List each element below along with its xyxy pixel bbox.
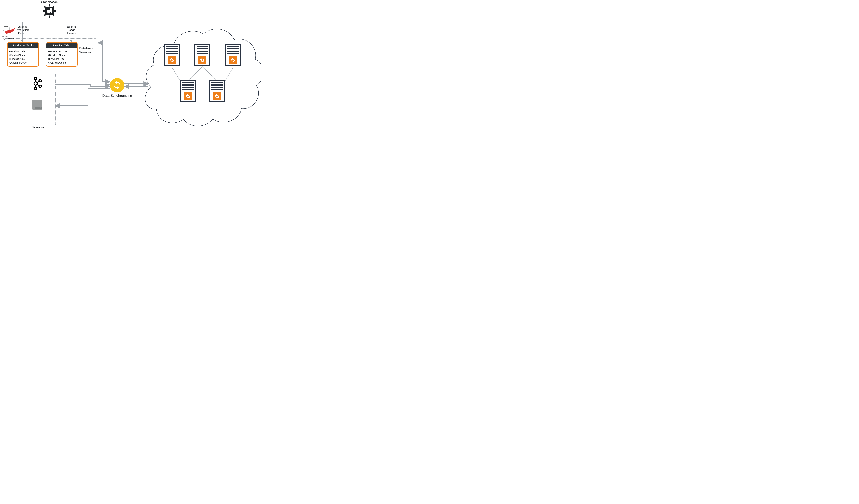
svg-rect-10 (54, 10, 56, 12)
rawitem-table-card: RawItemTable +RawItemRCode +RawItemName … (46, 42, 78, 67)
svg-rect-7 (49, 4, 50, 6)
svg-point-26 (34, 82, 37, 85)
server-node-icon (164, 44, 180, 66)
svg-line-3 (225, 67, 233, 81)
rawitem-table-title: RawItemTable (46, 43, 77, 48)
production-field: +AvailableCount (9, 61, 37, 65)
svg-rect-9 (43, 10, 45, 12)
server-node-icon (209, 80, 225, 102)
svg-point-28 (39, 79, 41, 82)
svg-rect-19 (50, 8, 51, 11)
rawitem-field: +AvailableCount (48, 61, 76, 65)
server-node-icon (225, 44, 241, 66)
server-node-icon (195, 44, 210, 66)
organization-label: Organization (41, 0, 58, 4)
server-node-icon (180, 80, 196, 102)
svg-line-32 (37, 81, 39, 82)
database-sources-label: Database Sources (79, 46, 96, 54)
svg-line-2 (172, 67, 180, 81)
sync-icon (110, 78, 124, 92)
svg-point-25 (34, 77, 37, 80)
svg-rect-20 (48, 12, 48, 13)
update-production-label: Update Production Details (14, 26, 31, 35)
svg-point-27 (34, 87, 37, 90)
production-table-title: ProductionTable (7, 43, 39, 48)
svg-rect-22 (50, 12, 51, 13)
sync-label: Data Synchronizing (100, 94, 134, 97)
http-icon (32, 100, 42, 110)
production-field: +ProductCode (9, 49, 37, 53)
svg-point-29 (39, 85, 41, 88)
organization-chip-icon (43, 4, 56, 18)
rawitem-field: +RawItemName (48, 53, 76, 57)
svg-line-6 (202, 67, 217, 81)
kafka-icon (33, 77, 42, 90)
update-usage-label: Update Usage Details (63, 26, 79, 35)
sql-server-label: SQL Server (2, 37, 15, 40)
svg-rect-21 (49, 12, 49, 13)
diagram-root: Organization (0, 0, 261, 136)
production-table-card: ProductionTable +ProductCode +ProductNam… (7, 42, 39, 67)
rawitem-field: +RawItemRCode (48, 49, 76, 53)
production-field: +ProductName (9, 53, 37, 57)
svg-line-5 (188, 67, 202, 81)
svg-rect-8 (49, 16, 50, 18)
rawitem-field: +PawItemPrice (48, 57, 76, 61)
svg-line-33 (37, 85, 39, 86)
production-field: +ProductPrice (9, 57, 37, 61)
other-sources-label: Sources (28, 125, 48, 129)
